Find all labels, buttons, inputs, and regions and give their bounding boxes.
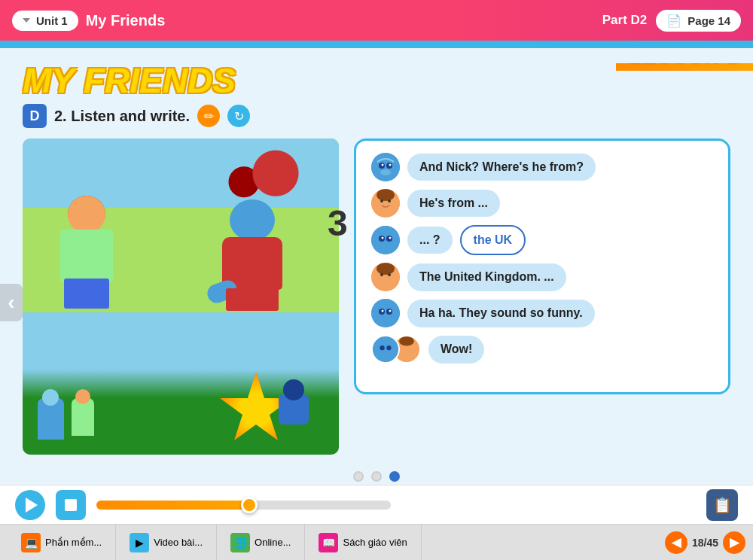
svg-point-31 [399,336,414,346]
dot-1[interactable] [353,471,364,482]
part-label: Part D2 [602,13,648,28]
prev-page-button[interactable]: ◀ [665,531,687,554]
page-nav: ◀ 18/45 ▶ [665,531,745,554]
svg-point-18 [376,263,395,275]
svg-point-5 [380,169,391,175]
scene-top [23,138,339,312]
avatar-alien-3 [371,299,400,327]
edit-icon[interactable]: ✏ [197,105,220,127]
taskbar-item-software[interactable]: 💻 Phần mềm... [8,525,116,560]
speech-bubble-2: He's from ... [407,190,500,217]
header-left: Unit 1 My Friends [12,11,165,31]
taskbar: 💻 Phần mềm... ▶ Video bài... 🌐 Online...… [0,524,753,560]
svg-point-9 [380,199,383,202]
svg-point-14 [382,237,384,239]
bottom-char2 [72,398,94,436]
avatar-alien-small [371,335,400,364]
speech-bubble-5: Ha ha. They sound so funny. [407,300,595,327]
boy-head [68,196,105,233]
dialogue-row-5: Ha ha. They sound so funny. [371,299,713,327]
svg-point-21 [371,299,400,327]
bottom-char1-head [42,389,59,406]
page-badge: 📄 Page 14 [656,10,741,32]
nav-arrow-left[interactable] [0,284,23,321]
taskbar-item-teacher[interactable]: 📖 Sách giáo viên [305,525,421,560]
avatar-boy-1 [371,189,400,218]
answer-box[interactable]: the UK [460,225,526,255]
avatar-alien-1 [371,153,400,181]
svg-point-20 [388,273,391,276]
character-boy [45,196,136,312]
stop-button[interactable] [56,490,86,520]
dialogue-row-6: Wow! [371,335,713,364]
dot-2[interactable] [371,471,382,482]
dialogue-row-4: The United Kingdom. ... [371,263,713,291]
taskbar-label-software: Phần mềm... [45,537,102,548]
robot-toy [264,394,324,455]
bottom-char1 [38,398,64,440]
top-wave-decoration [0,41,753,56]
refresh-icon[interactable]: ↻ [227,105,250,127]
software-icon: 💻 [21,533,41,552]
page-number: Page 14 [687,14,730,27]
alien-body [222,237,282,290]
svg-point-8 [376,189,395,201]
dialogue-row-3: ... ? the UK [371,225,713,255]
taskbar-item-video[interactable]: ▶ Video bài... [116,525,217,560]
svg-point-10 [388,199,391,202]
taskbar-label-online: Online... [255,537,291,548]
progress-fill [96,501,249,510]
svg-point-19 [380,273,383,276]
illustration-panel [23,138,339,455]
speech-bubble-6: Wow! [428,336,484,363]
bottom-char2-head [75,389,90,404]
section-header: D 2. Listen and write. ✏ ↻ [23,104,730,128]
avatar-boy-2 [371,263,400,291]
unit-badge[interactable]: Unit 1 [12,11,78,31]
robot-head [283,379,304,400]
boy-body [60,230,113,282]
speech-bubble-4: The United Kingdom. ... [407,263,566,291]
page-icon: 📄 [666,14,681,28]
svg-point-11 [371,226,400,254]
video-icon: ▶ [130,533,149,552]
teacher-icon: 📖 [319,533,338,552]
speech-bubble-3: ... ? [407,227,453,254]
next-page-button[interactable]: ▶ [723,531,745,554]
notes-button[interactable]: 📋 [706,489,738,521]
progress-bar[interactable] [96,501,391,510]
svg-point-27 [380,345,384,350]
main-content: MY FRIENDS D 2. Listen and write. ✏ ↻ [0,56,753,485]
unit-number: Unit 1 [36,14,68,27]
page-main-title: MY FRIENDS [23,63,730,98]
exercise-number: 3 [328,202,348,244]
svg-point-26 [373,336,398,362]
bottom-characters [38,398,94,440]
chevron-down-icon [23,18,30,23]
page-current: 18/45 [692,537,718,549]
svg-point-4 [389,164,392,166]
svg-point-3 [382,164,384,166]
svg-point-15 [389,237,392,239]
boy-pants [64,278,109,309]
taskbar-item-online[interactable]: 🌐 Online... [217,525,305,560]
dot-3[interactable] [389,471,400,482]
robot-body [279,394,309,425]
bottom-bar: 📋 [0,485,753,524]
play-button[interactable] [15,490,45,520]
header-right: Part D2 📄 Page 14 [602,10,741,32]
avatar-alien-2 [371,226,400,254]
dialogue-panel: And Nick? Where's he from? He's f [354,138,730,394]
alien-head [230,199,275,241]
svg-point-24 [382,310,384,312]
progress-knob[interactable] [241,497,258,513]
online-icon: 🌐 [230,533,250,552]
taskbar-label-video: Video bài... [154,537,203,548]
dialogue-row-1: And Nick? Where's he from? [371,153,713,181]
avatar-pair [371,335,421,364]
character-alien [211,199,294,312]
alien-legs [226,288,279,311]
svg-point-25 [389,310,392,312]
scene-bottom [23,312,339,455]
section-instruction: 2. Listen and write. [54,108,190,125]
